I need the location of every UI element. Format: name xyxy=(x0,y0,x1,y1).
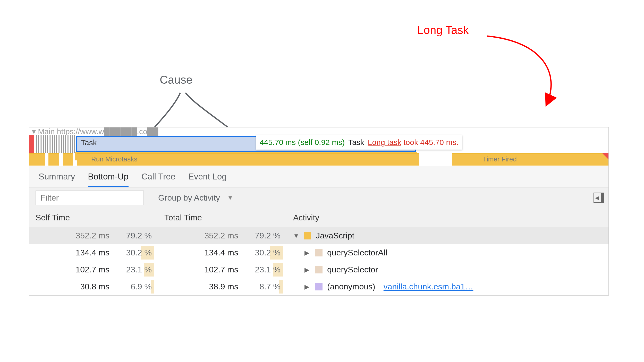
col-activity[interactable]: Activity xyxy=(287,208,608,227)
source-link[interactable]: vanilla.chunk.esm.ba1… xyxy=(384,282,473,291)
tab-call-tree[interactable]: Call Tree xyxy=(141,172,175,187)
flame-sub-label: Run Microtasks xyxy=(91,155,137,163)
cell-total-time: 38.9 ms8.7 % xyxy=(158,278,287,295)
self-ms: 134.4 ms xyxy=(64,248,109,257)
cell-total-time: 102.7 ms23.1 % xyxy=(158,261,287,278)
flame-bar xyxy=(452,153,608,166)
tooltip-time: 445.70 ms (self 0.92 ms) xyxy=(260,138,345,147)
tab-bottom-up[interactable]: Bottom-Up xyxy=(88,172,129,187)
flame-sub-row: Run Microtasks Timer Fired xyxy=(29,153,608,166)
total-pct: 23.1 % xyxy=(244,265,281,274)
table-header: Self Time Total Time Activity xyxy=(29,208,608,227)
self-pct: 30.2 % xyxy=(116,248,152,257)
self-ms: 102.7 ms xyxy=(64,265,109,274)
col-self-time[interactable]: Self Time xyxy=(29,208,158,227)
category-swatch xyxy=(315,266,323,273)
total-ms: 38.9 ms xyxy=(193,282,238,291)
total-pct: 30.2 % xyxy=(244,248,281,257)
flame-bar xyxy=(29,153,45,166)
tab-summary[interactable]: Summary xyxy=(39,172,75,187)
cell-activity: ▼JavaScript xyxy=(287,227,608,244)
cell-total-time: 134.4 ms30.2 % xyxy=(158,244,287,261)
total-pct: 8.7 % xyxy=(244,282,281,291)
category-swatch xyxy=(304,232,311,239)
total-pct: 79.2 % xyxy=(244,231,281,240)
self-pct: 23.1 % xyxy=(116,265,152,274)
dock-toggle-icon[interactable]: ◀ xyxy=(594,193,604,203)
flame-bar xyxy=(63,153,73,166)
table-row[interactable]: 352.2 ms79.2 %352.2 ms79.2 %▼JavaScript xyxy=(29,227,608,244)
col-total-time[interactable]: Total Time xyxy=(158,208,287,227)
cell-total-time: 352.2 ms79.2 % xyxy=(158,227,287,244)
group-by-label: Group by Activity xyxy=(158,193,220,203)
filter-input[interactable] xyxy=(36,191,144,205)
total-ms: 352.2 ms xyxy=(193,231,238,240)
cell-activity: ▶(anonymous)vanilla.chunk.esm.ba1… xyxy=(287,278,608,295)
detail-tabs: Summary Bottom-Up Call Tree Event Log xyxy=(29,166,608,187)
cell-self-time: 102.7 ms23.1 % xyxy=(29,261,158,278)
cell-self-time: 352.2 ms79.2 % xyxy=(29,227,158,244)
flame-bar xyxy=(36,135,75,153)
group-by-select[interactable]: Group by Activity ▼ xyxy=(158,193,233,203)
self-ms: 30.8 ms xyxy=(64,282,109,291)
flame-sub-label: Timer Fired xyxy=(483,155,517,163)
category-swatch xyxy=(315,283,323,290)
annotation-long-task: Long Task xyxy=(417,24,469,37)
expander-icon[interactable]: ▶ xyxy=(304,249,311,256)
arrow-long-task xyxy=(484,26,587,111)
flame-bar xyxy=(29,135,34,153)
activity-name: querySelector xyxy=(327,265,378,274)
self-pct: 79.2 % xyxy=(116,231,152,240)
tooltip-name: Task xyxy=(348,138,364,147)
annotation-cause: Cause xyxy=(160,73,192,86)
table-body: 352.2 ms79.2 %352.2 ms79.2 %▼JavaScript1… xyxy=(29,227,608,295)
self-ms: 352.2 ms xyxy=(64,231,109,240)
category-swatch xyxy=(315,249,323,256)
self-pct: 6.9 % xyxy=(116,282,152,291)
cell-activity: ▶querySelector xyxy=(287,261,608,278)
table-row[interactable]: 102.7 ms23.1 %102.7 ms23.1 %▶querySelect… xyxy=(29,261,608,278)
activity-name: (anonymous) xyxy=(327,282,375,291)
tab-event-log[interactable]: Event Log xyxy=(188,172,227,187)
total-ms: 134.4 ms xyxy=(193,248,238,257)
cell-self-time: 30.8 ms6.9 % xyxy=(29,278,158,295)
devtools-panel: ▾ Main https://www.w██████.co██ Task 445… xyxy=(29,127,609,296)
table-row[interactable]: 30.8 ms6.9 %38.9 ms8.7 %▶(anonymous)vani… xyxy=(29,278,608,295)
expander-icon[interactable]: ▼ xyxy=(293,232,299,239)
total-ms: 102.7 ms xyxy=(193,265,238,274)
expander-icon[interactable]: ▶ xyxy=(304,266,311,273)
tooltip-warning: Long task took 445.70 ms. xyxy=(368,138,459,147)
filter-bar: Group by Activity ▼ ◀ xyxy=(29,187,608,208)
flame-bar xyxy=(48,153,59,166)
flame-strip: ▾ Main https://www.w██████.co██ Task 445… xyxy=(29,127,608,166)
cell-activity: ▶querySelectorAll xyxy=(287,244,608,261)
cell-self-time: 134.4 ms30.2 % xyxy=(29,244,158,261)
activity-name: querySelectorAll xyxy=(327,248,387,257)
expander-icon[interactable]: ▶ xyxy=(304,283,311,290)
table-row[interactable]: 134.4 ms30.2 %134.4 ms30.2 %▶querySelect… xyxy=(29,244,608,261)
activity-name: JavaScript xyxy=(316,231,354,240)
chevron-down-icon: ▼ xyxy=(227,194,233,201)
task-tooltip: 445.70 ms (self 0.92 ms) Task Long task … xyxy=(256,135,462,150)
